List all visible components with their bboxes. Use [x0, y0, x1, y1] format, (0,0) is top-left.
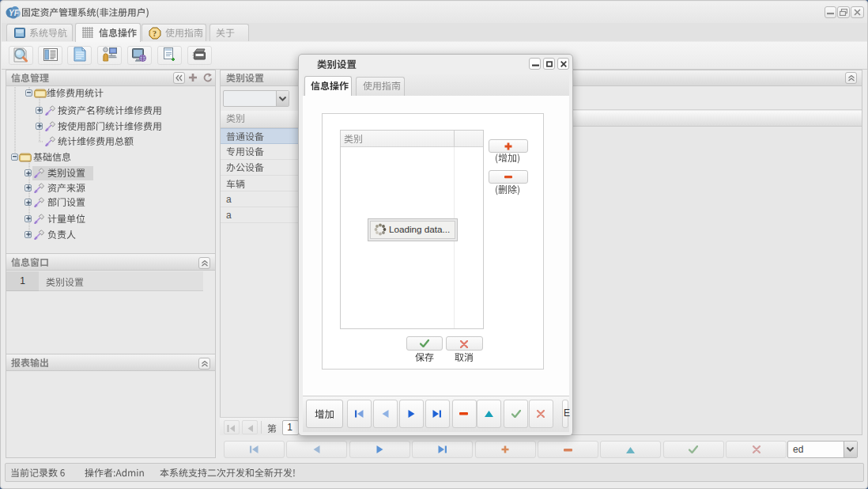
svg-text:?: ? [153, 29, 157, 38]
svg-text:YF: YF [9, 9, 20, 17]
